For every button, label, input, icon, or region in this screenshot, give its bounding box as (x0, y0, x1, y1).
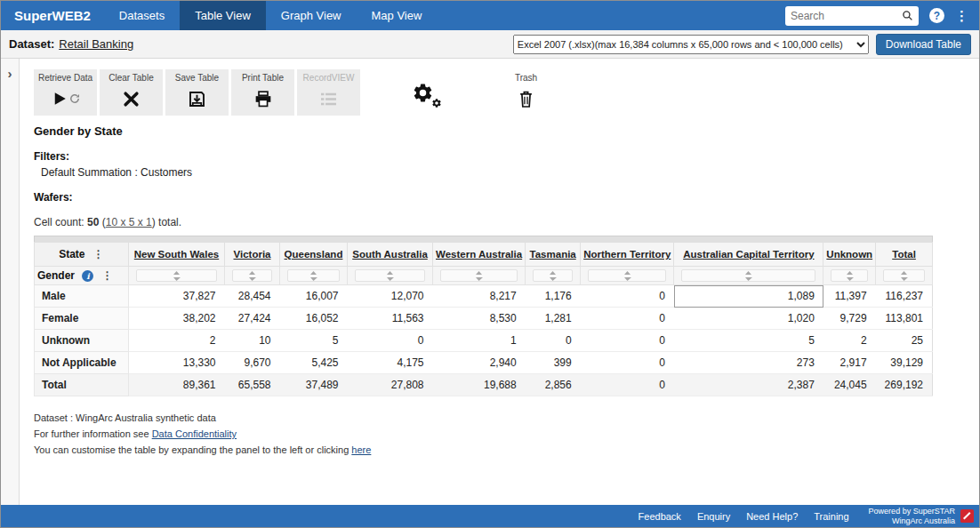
column-header[interactable]: Western Australia (433, 243, 526, 267)
data-cell[interactable]: 5,425 (280, 352, 348, 374)
data-cell[interactable]: 0 (526, 330, 581, 352)
data-cell[interactable]: 2,387 (674, 374, 823, 396)
data-cell[interactable]: 273 (674, 352, 823, 374)
data-cell[interactable]: 27,424 (225, 308, 280, 330)
data-cell[interactable]: 1 (433, 330, 526, 352)
data-cell[interactable]: 9,729 (823, 308, 876, 330)
data-confidentiality-link[interactable]: Data Confidentiality (152, 428, 237, 439)
side-panel-collapsed[interactable]: › (1, 59, 20, 505)
data-cell[interactable]: 27,808 (348, 374, 433, 396)
column-header-label[interactable]: Australian Capital Territory (683, 249, 814, 260)
gender-menu-icon[interactable]: ⋮ (102, 269, 113, 282)
search-box[interactable] (785, 6, 919, 26)
data-cell[interactable]: 37,489 (280, 374, 348, 396)
overflow-menu-icon[interactable]: ⋮ (955, 8, 968, 24)
expand-panel-icon[interactable]: › (8, 66, 12, 81)
data-cell[interactable]: 0 (581, 352, 674, 374)
data-cell[interactable]: 11,397 (823, 285, 876, 308)
column-header-label[interactable]: Unknown (826, 249, 872, 260)
data-cell[interactable]: 8,217 (433, 285, 526, 308)
data-cell[interactable]: 0 (581, 285, 674, 308)
column-header-label[interactable]: Tasmania (530, 249, 576, 260)
footer-link-feedback[interactable]: Feedback (639, 511, 681, 522)
clear-table-button[interactable]: Clear Table (100, 69, 163, 116)
footer-link-need-help[interactable]: Need Help? (746, 511, 798, 522)
column-header[interactable]: Queensland (280, 243, 348, 267)
data-cell[interactable]: 19,688 (433, 374, 526, 396)
data-cell[interactable]: 38,202 (129, 308, 225, 330)
column-header[interactable]: Tasmania (526, 243, 581, 267)
tab-graph-view[interactable]: Graph View (266, 1, 357, 30)
dataset-name-link[interactable]: Retail Banking (59, 37, 133, 51)
data-cell[interactable]: 8,530 (433, 308, 526, 330)
data-cell[interactable]: 2 (129, 330, 225, 352)
column-header[interactable]: Unknown (823, 243, 876, 267)
footer-link-training[interactable]: Training (814, 511, 848, 522)
column-header-label[interactable]: Total (892, 249, 916, 260)
save-table-button[interactable]: Save Table (165, 69, 229, 116)
sort-icon[interactable] (136, 269, 217, 282)
data-cell[interactable]: 399 (526, 352, 581, 374)
column-header[interactable]: New South Wales (129, 243, 225, 267)
data-cell[interactable]: 12,070 (348, 285, 433, 308)
data-cell[interactable]: 0 (348, 330, 433, 352)
data-cell[interactable]: 2,856 (526, 374, 581, 396)
data-cell[interactable]: 9,670 (225, 352, 280, 374)
data-cell[interactable]: 0 (581, 330, 674, 352)
data-cell[interactable]: 89,361 (129, 374, 225, 396)
data-cell[interactable]: 0 (581, 374, 674, 396)
column-header-label[interactable]: Victoria (234, 249, 271, 260)
sort-icon[interactable] (681, 269, 815, 282)
sort-icon[interactable] (287, 269, 340, 282)
sort-icon[interactable] (831, 269, 868, 282)
search-icon[interactable] (902, 10, 913, 21)
sort-icon[interactable] (355, 269, 425, 282)
sort-icon[interactable] (883, 269, 925, 282)
trash-button[interactable]: Trash (494, 69, 558, 116)
column-header[interactable]: Australian Capital Territory (674, 243, 823, 267)
tab-datasets[interactable]: Datasets (104, 1, 180, 30)
info-icon[interactable]: i (82, 270, 93, 282)
data-cell[interactable]: 116,237 (876, 285, 933, 308)
column-header-label[interactable]: Northern Territory (583, 249, 671, 260)
data-cell[interactable]: 2,917 (823, 352, 876, 374)
sort-icon[interactable] (232, 269, 272, 282)
help-icon[interactable]: ? (929, 8, 944, 23)
table-options-button[interactable] (391, 69, 454, 116)
column-header[interactable]: Victoria (225, 243, 280, 267)
data-cell[interactable]: 25 (876, 330, 933, 352)
data-cell[interactable]: 24,045 (823, 374, 876, 396)
data-cell[interactable]: 2 (823, 330, 876, 352)
data-cell[interactable]: 28,454 (225, 285, 280, 308)
footer-link-enquiry[interactable]: Enquiry (697, 511, 730, 522)
retrieve-data-button[interactable]: Retrieve Data (34, 69, 97, 116)
sort-icon[interactable] (588, 269, 666, 282)
data-cell[interactable]: 113,801 (876, 308, 933, 330)
tab-map-view[interactable]: Map View (357, 1, 438, 30)
data-cell[interactable]: 10 (225, 330, 280, 352)
column-header-label[interactable]: New South Wales (134, 249, 219, 260)
data-cell[interactable]: 269,192 (876, 374, 933, 396)
data-cell[interactable]: 16,052 (280, 308, 348, 330)
tab-table-view[interactable]: Table View (180, 1, 266, 30)
column-header[interactable]: Total (876, 243, 933, 267)
data-cell[interactable]: 13,330 (129, 352, 225, 374)
data-cell[interactable]: 1,089 (674, 285, 823, 308)
data-cell[interactable]: 1,176 (526, 285, 581, 308)
column-header-label[interactable]: Western Australia (436, 249, 522, 260)
data-cell[interactable]: 37,827 (129, 285, 225, 308)
sort-icon[interactable] (440, 269, 518, 282)
column-header-label[interactable]: South Australia (352, 249, 428, 260)
search-input[interactable] (791, 10, 902, 22)
data-cell[interactable]: 0 (581, 308, 674, 330)
data-cell[interactable]: 11,563 (348, 308, 433, 330)
column-header[interactable]: South Australia (348, 243, 433, 267)
recordview-button[interactable]: RecordVIEW (297, 69, 360, 116)
sort-icon[interactable] (533, 269, 573, 282)
download-table-button[interactable]: Download Table (876, 34, 971, 55)
data-cell[interactable]: 2,940 (433, 352, 526, 374)
column-header-label[interactable]: Queensland (285, 249, 343, 260)
data-cell[interactable]: 39,129 (876, 352, 933, 374)
column-header[interactable]: Northern Territory (581, 243, 674, 267)
data-cell[interactable]: 1,020 (674, 308, 823, 330)
